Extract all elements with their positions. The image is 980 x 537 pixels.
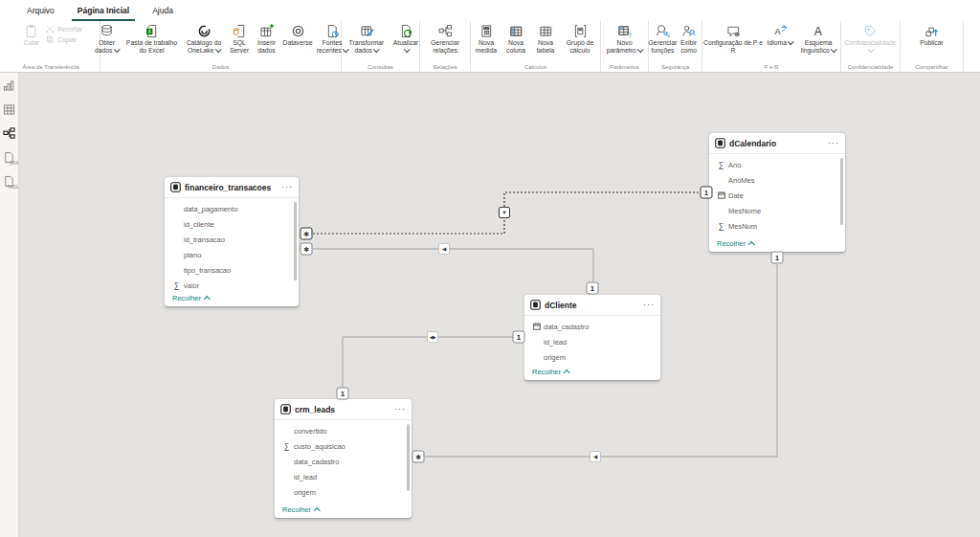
- tmdl-view-label: TMDL: [7, 185, 18, 190]
- field-row[interactable]: id_transacao: [172, 232, 299, 247]
- filter-direction-arrow-left-icon[interactable]: [438, 243, 450, 255]
- collapse-link[interactable]: Recolher: [172, 294, 210, 302]
- field-row[interactable]: origem: [532, 349, 660, 365]
- field-row[interactable]: tipo_transacao: [172, 262, 299, 278]
- sidebar-item-tmdl-view[interactable]: TMDL: [2, 173, 17, 189]
- menu-tab-label: Ajuda: [152, 6, 173, 15]
- field-row[interactable]: convertido: [282, 423, 412, 438]
- calculation-group-button[interactable]: Grupo de cálculo: [561, 23, 599, 63]
- cardinality-badge-one[interactable]: 1: [771, 252, 784, 264]
- transform-data-button[interactable]: Transformar dados: [342, 23, 391, 63]
- field-row[interactable]: id_lead: [282, 469, 412, 484]
- table-name: dCalendario: [729, 139, 776, 148]
- language-icon: A: [773, 24, 788, 38]
- card-scrollbar[interactable]: [294, 202, 297, 280]
- sql-server-button[interactable]: SQL Server: [227, 23, 253, 63]
- table-icon: [530, 300, 541, 310]
- field-row[interactable]: custo_aquisicao: [282, 438, 412, 454]
- enter-data-button[interactable]: Inserir dados: [254, 23, 280, 63]
- qa-setup-icon: [726, 24, 741, 38]
- table-card-dcliente[interactable]: dCliente data_cadastro id_lead origem Re…: [524, 295, 660, 380]
- field-row[interactable]: data_cadastro: [282, 454, 412, 469]
- field-row[interactable]: id_cliente: [172, 216, 299, 232]
- collapse-link[interactable]: Recolher: [532, 368, 569, 376]
- filter-direction-arrow-left-icon[interactable]: [590, 451, 601, 462]
- cardinality-badge-one[interactable]: 1: [513, 331, 525, 344]
- publish-button[interactable]: Publicar: [916, 23, 948, 63]
- table-card-header[interactable]: financeiro_transacoes: [165, 177, 299, 198]
- transform-data-icon: [360, 24, 374, 38]
- table-card-crm-leads[interactable]: crm_leads convertido custo_aquisicao dat…: [275, 399, 412, 518]
- filter-direction-arrow-down-icon[interactable]: [499, 207, 510, 218]
- field-row[interactable]: Date: [717, 188, 845, 203]
- field-name: valor: [184, 281, 199, 290]
- field-name: id_lead: [294, 473, 317, 481]
- onelake-icon: [197, 24, 212, 38]
- field-row[interactable]: valor: [172, 278, 299, 293]
- excel-workbook-button[interactable]: X Pasta de trabalho do Excel: [122, 23, 182, 63]
- more-options-icon[interactable]: [394, 407, 406, 412]
- menu-tab-ajuda[interactable]: Ajuda: [141, 0, 185, 21]
- new-parameter-button[interactable]: ? Novo parâmetro: [604, 23, 646, 63]
- field-row[interactable]: MesNum: [717, 218, 845, 234]
- cardinality-badge-one[interactable]: 1: [587, 282, 599, 295]
- more-options-icon[interactable]: [828, 141, 839, 145]
- field-name: origem: [544, 353, 566, 362]
- refresh-icon: [399, 24, 413, 38]
- collapse-link[interactable]: Recolher: [717, 239, 754, 248]
- cardinality-badge-many[interactable]: ∗: [301, 228, 313, 240]
- card-scrollbar[interactable]: [407, 424, 410, 491]
- sigma-icon: [282, 442, 291, 451]
- table-name: financeiro_transacoes: [185, 183, 271, 192]
- manage-relationships-button[interactable]: Gerenciar relações: [423, 23, 467, 63]
- field-row[interactable]: plano: [172, 247, 299, 262]
- cardinality-badge-one[interactable]: 1: [701, 187, 713, 199]
- new-table-button[interactable]: Nova tabela: [531, 23, 560, 63]
- linguistic-schema-button[interactable]: A Esquema linguístico: [797, 23, 839, 63]
- field-row[interactable]: id_lead: [532, 334, 660, 349]
- get-data-button[interactable]: Obter dados: [93, 23, 122, 63]
- new-column-icon: [509, 24, 523, 38]
- cardinality-badge-many[interactable]: ∗: [412, 451, 425, 463]
- field-row[interactable]: origem: [282, 484, 412, 500]
- qa-setup-button[interactable]: Configuração de P e R: [703, 23, 763, 63]
- more-options-icon[interactable]: [281, 185, 293, 190]
- sidebar-item-report-view[interactable]: [2, 78, 17, 93]
- chevron-down-icon: [404, 46, 410, 52]
- dataverse-button[interactable]: Dataverse: [281, 23, 315, 63]
- paste-button[interactable]: Colar: [19, 23, 44, 63]
- sidebar-item-model-view[interactable]: [2, 125, 17, 141]
- table-card-header[interactable]: dCalendario: [709, 133, 845, 154]
- collapse-link[interactable]: Recolher: [282, 505, 320, 514]
- field-row[interactable]: MesNome: [717, 203, 845, 218]
- field-row[interactable]: data_pagamento: [172, 201, 299, 216]
- sidebar-item-dax-query-view[interactable]: DAX: [2, 149, 17, 165]
- more-options-icon[interactable]: [643, 302, 655, 307]
- field-row[interactable]: Ano: [717, 157, 845, 172]
- refresh-button[interactable]: Atualizar: [392, 23, 419, 63]
- field-row[interactable]: AnoMes: [717, 172, 845, 188]
- new-measure-button[interactable]: Nova medida: [472, 23, 501, 63]
- svg-text:X: X: [147, 29, 151, 34]
- sensitivity-button[interactable]: Confidencialidade: [843, 23, 899, 63]
- view-as-button[interactable]: Exibir como: [677, 23, 701, 63]
- cut-button[interactable]: Recortar: [46, 25, 82, 34]
- new-column-button[interactable]: Nova coluna: [501, 23, 530, 63]
- table-card-header[interactable]: crm_leads: [275, 399, 412, 420]
- view-sidebar: DAX TMDL: [0, 73, 19, 537]
- manage-roles-button[interactable]: Gerenciar funções: [650, 23, 676, 63]
- card-scrollbar[interactable]: [840, 158, 843, 225]
- field-row[interactable]: data_cadastro: [532, 319, 660, 334]
- menu-tab-arquivo[interactable]: Arquivo: [15, 0, 66, 21]
- table-card-dcalendario[interactable]: dCalendario Ano AnoMes Date MesNome MesN…: [709, 133, 845, 252]
- language-button[interactable]: A Idioma: [764, 23, 796, 63]
- cardinality-badge-one[interactable]: 1: [337, 388, 349, 400]
- sidebar-item-table-view[interactable]: [2, 101, 17, 117]
- menu-tab-pagina-inicial[interactable]: Página Inicial: [66, 0, 141, 21]
- copy-button[interactable]: Copiar: [46, 35, 82, 44]
- table-card-financeiro-transacoes[interactable]: financeiro_transacoes data_pagamento id_…: [165, 177, 299, 306]
- table-card-header[interactable]: dCliente: [524, 295, 660, 316]
- cardinality-badge-many[interactable]: ∗: [301, 243, 313, 256]
- filter-direction-arrow-both-icon[interactable]: [427, 331, 438, 343]
- onelake-catalog-button[interactable]: Catálogo do OneLake: [183, 23, 226, 63]
